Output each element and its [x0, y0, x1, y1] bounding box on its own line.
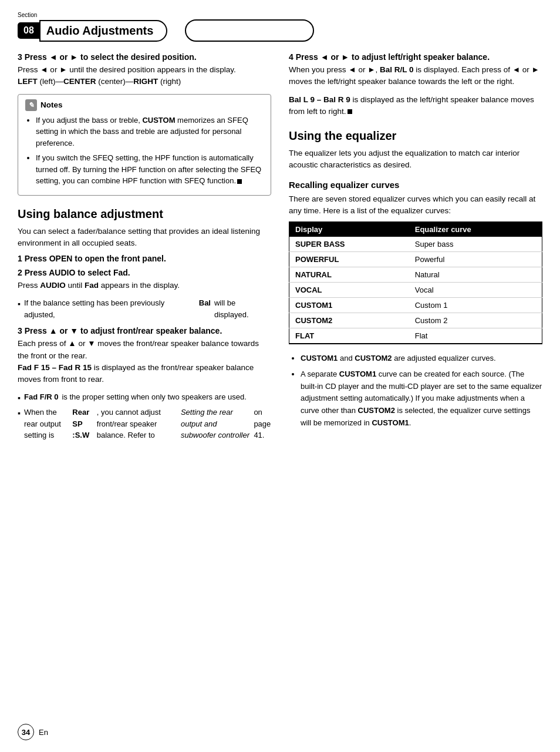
notes-list: If you adjust the bass or treble, CUSTOM…: [25, 115, 264, 187]
display-val: FLAT: [289, 328, 409, 344]
table-row: NATURAL Natural: [289, 267, 542, 283]
notes-title-row: ✎ Notes: [25, 99, 264, 111]
header-row: 08 Audio Adjustments: [18, 19, 542, 42]
content-area: 3 Press ◄ or ► to select the desired pos…: [18, 52, 542, 447]
footer: 34 En: [18, 724, 48, 740]
section-badge: 08: [18, 22, 40, 39]
using-balance-section: Using balance adjustment You can select …: [18, 207, 271, 441]
balance-step2-body: Press AUDIO until Fad appears in the dis…: [18, 280, 271, 291]
balance-step2-bullet1: If the balance setting has been previous…: [18, 297, 271, 320]
col-eq-curve: Equalizer curve: [409, 222, 542, 237]
balance-step2: 2 Press AUDIO to select Fad. Press AUDIO…: [18, 268, 271, 320]
notes-icon: ✎: [25, 99, 37, 111]
step3-heading-text: 3 Press ◄ or ► to select the desired pos…: [18, 52, 197, 62]
eq-val: Custom 2: [409, 313, 542, 328]
eq-bullet-1: CUSTOM1 and CUSTOM2 are adjusted equaliz…: [301, 352, 542, 365]
eq-bullet-2: A separate CUSTOM1 curve can be created …: [301, 368, 542, 429]
col-display: Display: [289, 222, 409, 237]
step4-body2: Bal L 9 – Bal R 9 is displayed as the le…: [289, 94, 542, 118]
page: Section 08 Audio Adjustments 3 Press ◄ o…: [0, 0, 560, 752]
note-item-1: If you adjust the bass or treble, CUSTOM…: [36, 115, 264, 149]
table-row: CUSTOM1 Custom 1: [289, 298, 542, 313]
right-column: 4 Press ◄ or ► to adjust left/right spea…: [289, 52, 542, 447]
balance-step3-body: Each press of ▲ or ▼ moves the front/rea…: [18, 338, 271, 385]
recalling-body: There are seven stored equalizer curves …: [289, 193, 542, 217]
notes-title-text: Notes: [41, 100, 63, 109]
balance-step3-bullet2: When the rear output setting is Rear SP …: [18, 407, 271, 441]
eq-bullet-list: CUSTOM1 and CUSTOM2 are adjusted equaliz…: [289, 352, 542, 429]
language-label: En: [39, 728, 48, 737]
step3-positions: LEFT (left)—CENTER (center)—RIGHT (right…: [18, 77, 181, 86]
left-column: 3 Press ◄ or ► to select the desired pos…: [18, 52, 271, 447]
balance-step3-bullet1: Fad F/R 0 is the proper setting when onl…: [18, 391, 271, 404]
balance-step2-heading: 2 Press AUDIO to select Fad.: [18, 268, 271, 277]
eq-val: Super bass: [409, 237, 542, 252]
header: Section 08 Audio Adjustments: [18, 12, 542, 42]
balance-step1-heading: 1 Press OPEN to open the front panel.: [18, 254, 271, 263]
step4-heading: 4 Press ◄ or ► to adjust left/right spea…: [289, 52, 542, 62]
using-balance-body: You can select a fader/balance setting t…: [18, 226, 271, 250]
step3-body-text: Press ◄ or ► until the desired position …: [18, 65, 236, 74]
end-square-2: [348, 109, 352, 114]
balance-step3-heading: 3 Press ▲ or ▼ to adjust front/rear spea…: [18, 326, 271, 335]
header-right-decoration: [185, 19, 314, 42]
balance-step2-bullets: If the balance setting has been previous…: [18, 297, 271, 320]
equalizer-table: Display Equalizer curve SUPER BASS Super…: [289, 221, 542, 344]
table-header-row: Display Equalizer curve: [289, 222, 542, 237]
table-row: SUPER BASS Super bass: [289, 237, 542, 252]
balance-step3-bullets: Fad F/R 0 is the proper setting when onl…: [18, 391, 271, 441]
display-val: VOCAL: [289, 283, 409, 298]
using-eq-section: Using the equalizer The equalizer lets y…: [289, 129, 542, 172]
using-balance-heading: Using balance adjustment: [18, 207, 271, 221]
table-row: VOCAL Vocal: [289, 283, 542, 298]
step3-section: 3 Press ◄ or ► to select the desired pos…: [18, 52, 271, 88]
eq-val: Flat: [409, 328, 542, 344]
display-val: POWERFUL: [289, 252, 409, 267]
using-eq-body: The equalizer lets you adjust the equali…: [289, 147, 542, 172]
notes-box: ✎ Notes If you adjust the bass or treble…: [18, 94, 271, 196]
recalling-section: Recalling equalizer curves There are sev…: [289, 180, 542, 429]
eq-val: Natural: [409, 267, 542, 283]
display-val: NATURAL: [289, 267, 409, 283]
eq-val: Custom 1: [409, 298, 542, 313]
table-row: FLAT Flat: [289, 328, 542, 344]
table-row: POWERFUL Powerful: [289, 252, 542, 267]
end-square: [237, 179, 242, 184]
step3-body: Press ◄ or ► until the desired position …: [18, 64, 271, 88]
page-number-badge: 34: [18, 724, 34, 740]
display-val: CUSTOM2: [289, 313, 409, 328]
balance-step3: 3 Press ▲ or ▼ to adjust front/rear spea…: [18, 326, 271, 441]
step4-body1: When you press ◄ or ►, Bal R/L 0 is disp…: [289, 64, 542, 88]
right-step4: 4 Press ◄ or ► to adjust left/right spea…: [289, 52, 542, 118]
table-row: CUSTOM2 Custom 2: [289, 313, 542, 328]
section-title: Audio Adjustments: [46, 24, 154, 37]
using-eq-heading: Using the equalizer: [289, 129, 542, 143]
eq-val: Powerful: [409, 252, 542, 267]
display-val: SUPER BASS: [289, 237, 409, 252]
page-number: 34: [22, 728, 30, 737]
display-val: CUSTOM1: [289, 298, 409, 313]
note-item-2: If you switch the SFEQ setting, the HPF …: [36, 152, 264, 187]
table-body: SUPER BASS Super bass POWERFUL Powerful …: [289, 237, 542, 344]
eq-val: Vocal: [409, 283, 542, 298]
recalling-heading: Recalling equalizer curves: [289, 180, 542, 190]
section-title-box: Audio Adjustments: [39, 20, 168, 42]
step3-heading: 3 Press ◄ or ► to select the desired pos…: [18, 52, 271, 62]
section-label: Section: [18, 12, 542, 18]
